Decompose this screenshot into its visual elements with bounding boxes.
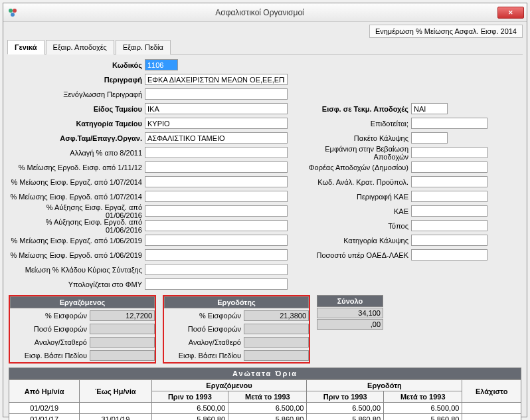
field-input[interactable] <box>411 220 487 231</box>
field-input[interactable] <box>411 103 448 114</box>
totals-row-item: Ποσό Εισφορών <box>164 322 309 335</box>
th-emp-pre93: Πριν το 1993 <box>151 391 228 403</box>
form-row: Υπολογίζεται στο ΦΜΥ <box>9 278 291 290</box>
field-input[interactable] <box>145 88 288 100</box>
table-cell: 6.500,00 <box>307 403 384 414</box>
form-row: % Μείωσης Εργοδ. Εισφ. από 1/11/12 <box>9 161 291 173</box>
close-button[interactable]: ✕ <box>497 7 524 19</box>
field-label: Κωδικός <box>9 61 145 69</box>
field-label: Υπολογίζεται στο ΦΜΥ <box>9 280 145 288</box>
form-row: Κωδ. Ανάλ. Κρατ. Προϋπολ. <box>295 175 521 188</box>
field-label: % Μείωσης Εισφ. Εργαζ. από 1/06/2019 <box>9 237 145 245</box>
field-input[interactable] <box>145 235 288 246</box>
th-emp-post93: Μετά το 1993 <box>228 391 307 403</box>
totals-row-item: % Εισφορών21,3800 <box>164 309 309 322</box>
th-employee-group: Εργαζόμενου <box>151 380 307 391</box>
th-min: Ελάχιστο <box>462 380 521 403</box>
field-input[interactable] <box>145 176 288 187</box>
limits-title: Ανώτατα Όρια <box>9 368 521 379</box>
tab-general[interactable]: Γενικά <box>7 40 44 54</box>
form-row: % Μείωσης Εισφ. Εργαζ. από 1/07/2014 <box>9 175 291 188</box>
employer-header: Εργοδότης <box>164 296 309 308</box>
field-label: Ξενόγλωσση Περιγραφή <box>9 90 145 98</box>
employee-header: Εργαζόμενος <box>10 296 155 308</box>
tab-row: Γενικά Εξαιρ. Αποδοχές Εξαιρ. Πεδία <box>7 39 523 54</box>
sum-value-1: ,00 <box>317 319 383 330</box>
field-input[interactable] <box>145 205 288 217</box>
table-row[interactable]: 01/02/196.500,006.500,006.500,006.500,00 <box>9 403 521 414</box>
employer-totals: Εργοδότης % Εισφορών21,3800Ποσό Εισφορών… <box>163 295 310 364</box>
app-icon <box>7 7 18 18</box>
form-row: Κωδικός <box>9 58 291 71</box>
tab-excl-income[interactable]: Εξαιρ. Αποδοχές <box>46 40 114 54</box>
field-label: % Μείωσης Εισφ. Εργαζ. από 1/07/2014 <box>9 178 145 186</box>
left-column: ΚωδικόςΠεριγραφήΞενόγλωσση ΠεριγραφήΕίδο… <box>9 58 291 292</box>
sum-value-0: 34,100 <box>317 308 383 318</box>
totals-value <box>90 350 155 361</box>
field-label: Κατηγορία Κάλυψης <box>295 237 411 245</box>
table-cell: 6.500,00 <box>151 403 228 414</box>
field-label: % Μείωσης Εισφ. Εργοδ. από 1/06/2019 <box>9 251 145 259</box>
svg-point-1 <box>13 9 17 13</box>
field-input[interactable] <box>411 235 487 246</box>
form-row: Μείωση % Κλάδου Κύριας Σύνταξης <box>9 263 291 276</box>
table-row[interactable]: 01/01/1731/01/195.860,805.860,805.860,80… <box>9 414 521 421</box>
form-row: Τύπος <box>295 219 521 232</box>
field-input[interactable] <box>145 264 288 275</box>
field-label: Εισφ. σε Τεκμ. Αποδοχές <box>295 105 411 113</box>
field-input[interactable] <box>145 74 288 85</box>
totals-label: Αναλογ/Σταθερό <box>164 338 244 346</box>
form-row: % Αύξησης Εισφ. Εργοδ. από 01/06/2016 <box>9 219 291 232</box>
totals-row-item: Αναλογ/Σταθερό <box>10 336 155 348</box>
field-input[interactable] <box>411 191 487 202</box>
field-input[interactable] <box>411 249 487 261</box>
form-row: Πακέτο Κάλυψης <box>295 132 521 144</box>
field-input[interactable] <box>411 118 487 129</box>
field-input[interactable] <box>145 118 288 129</box>
sum-totals: Σύνολο 34,100 ,00 <box>317 295 383 364</box>
totals-row-item: Εισφ. Βάσει Πεδίου <box>164 349 309 362</box>
field-label: Φορέας Αποδοχών (Δημοσίου) <box>295 163 411 171</box>
sum-header: Σύνολο <box>317 295 383 307</box>
field-input[interactable] <box>145 161 288 173</box>
totals-value <box>244 324 309 334</box>
field-input[interactable] <box>411 147 487 158</box>
totals-label: Ποσό Εισφορών <box>10 325 90 333</box>
form-row: % Μείωσης Εισφ. Εργοδ. από 1/06/2019 <box>9 249 291 261</box>
field-label: Είδος Ταμείου <box>9 105 145 113</box>
field-input[interactable] <box>411 132 448 144</box>
field-label: Επιδοτείται; <box>295 120 411 128</box>
field-input[interactable] <box>145 191 288 202</box>
totals-row-item: Εισφ. Βάσει Πεδίου <box>10 349 155 362</box>
totals-label: Αναλογ/Σταθερό <box>10 338 90 346</box>
field-input[interactable] <box>145 59 178 70</box>
field-input[interactable] <box>145 249 288 261</box>
field-label: Εμφάνιση στην Βεβαίωση Αποδοχών <box>295 145 411 161</box>
field-input[interactable] <box>411 176 487 187</box>
form-row: Κατηγορία Κάλυψης <box>295 234 521 247</box>
field-input[interactable] <box>145 278 288 290</box>
field-input[interactable] <box>145 103 288 114</box>
totals-label: Εισφ. Βάσει Πεδίου <box>164 352 244 360</box>
field-input[interactable] <box>411 161 487 173</box>
field-label: Κωδ. Ανάλ. Κρατ. Προϋπολ. <box>295 178 411 186</box>
totals-row-item: % Εισφορών12,7200 <box>10 309 155 322</box>
form-row: Κατηγορία Ταμείου <box>9 117 291 130</box>
form-row: Αλλαγή % απο 8/2011 <box>9 146 291 159</box>
field-input[interactable] <box>145 220 288 231</box>
field-input[interactable] <box>145 132 288 144</box>
totals-value: 21,3800 <box>244 310 309 321</box>
window: Ασφαλιστικοί Οργανισμοί ✕ Ενημέρωση % Με… <box>3 3 527 417</box>
field-input[interactable] <box>411 205 487 217</box>
table-cell: 5.860,80 <box>228 414 307 421</box>
totals-value <box>90 324 155 334</box>
update-reduction-button[interactable]: Ενημέρωση % Μείωσης Ασφαλ. Εισφ. 2014 <box>369 25 523 38</box>
form-row: % Αύξησης Εισφ. Εργαζ. από 01/06/2016 <box>9 205 291 217</box>
table-cell: 5.860,80 <box>384 414 462 421</box>
field-label: Πακέτο Κάλυψης <box>295 134 411 142</box>
table-cell <box>462 403 521 414</box>
tab-excl-fields[interactable]: Εξαιρ. Πεδία <box>116 40 171 54</box>
field-input[interactable] <box>145 147 288 158</box>
form-area: ΚωδικόςΠεριγραφήΞενόγλωσση ΠεριγραφήΕίδο… <box>3 54 527 294</box>
totals-value <box>90 337 155 348</box>
